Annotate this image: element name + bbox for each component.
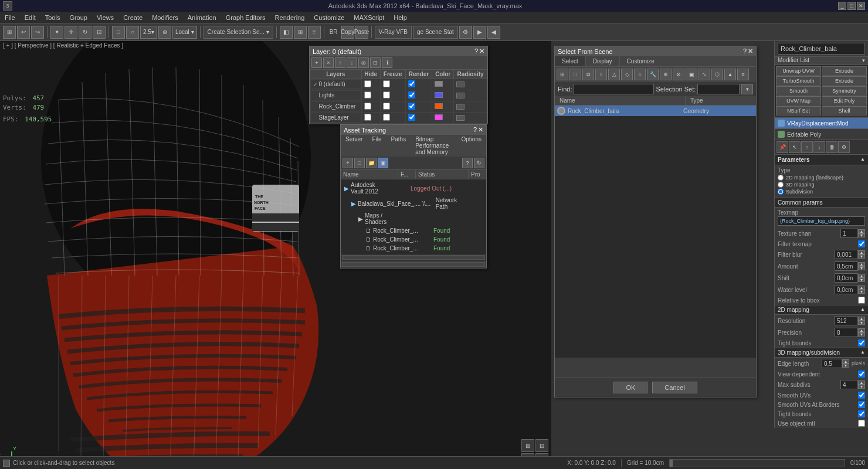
toolbar-align[interactable]: ⊞	[294, 26, 307, 39]
precision-up[interactable]: ▲	[858, 328, 865, 332]
resolution-up[interactable]: ▲	[858, 317, 865, 321]
asset-delete[interactable]: □	[354, 158, 365, 168]
smooth-borders-check[interactable]	[858, 401, 865, 408]
filter-blur-down[interactable]: ▼	[858, 254, 865, 259]
selection-set-input[interactable]	[697, 84, 740, 94]
vray-vfb-btn[interactable]: V-Ray VFB	[375, 26, 412, 39]
toolbar-extra1[interactable]: ▶	[473, 26, 486, 39]
amount-up[interactable]: ▲	[858, 262, 865, 266]
toolbar-percent[interactable]: 2.5▾	[140, 26, 157, 39]
asset-rock3[interactable]: 🗋 Rock_Climber_... Found	[342, 244, 485, 253]
layer-freeze-stage[interactable]	[383, 114, 390, 121]
max-subdivs-down[interactable]: ▼	[858, 385, 865, 389]
asset-help2[interactable]: ?	[462, 158, 473, 168]
scene-obj-row[interactable]: Rock_Climber_bala Geometry	[555, 106, 756, 116]
scene-filter6[interactable]: ⊕	[660, 69, 672, 80]
toolbar-mirror[interactable]: ◧	[280, 26, 293, 39]
layer-hide-climber[interactable]	[364, 103, 371, 110]
scene-close-btn[interactable]: ✕	[748, 47, 753, 55]
toolbar-btn-circle[interactable]: ○	[126, 26, 139, 39]
scene-filter8[interactable]: ▣	[686, 69, 697, 80]
asset-active[interactable]: ▣	[378, 158, 388, 168]
tex-chan-input[interactable]	[840, 229, 858, 238]
scene-filter1[interactable]: ○	[595, 69, 607, 80]
layer-render-climber[interactable]	[408, 103, 415, 110]
close-btn[interactable]: ✕	[857, 2, 865, 10]
mod-btn-symmetry[interactable]: Symmetry	[822, 86, 867, 96]
radio-subdivision[interactable]	[778, 189, 784, 195]
scene-help-btn[interactable]: ?	[743, 47, 747, 55]
water-level-up[interactable]: ▲	[858, 286, 865, 290]
mod-vray-disp[interactable]: VRayDisplacementMod	[775, 118, 868, 129]
scene-cancel-btn[interactable]: Cancel	[652, 382, 697, 393]
asset-refresh[interactable]: ↻	[474, 158, 484, 168]
asset-scrollbar-h[interactable]	[342, 255, 485, 260]
asset-menu-options[interactable]: Options	[457, 135, 486, 157]
smooth-uvs-check[interactable]	[858, 392, 865, 399]
mod-icon-cursor[interactable]: ↖	[789, 141, 801, 153]
view-dep-check[interactable]	[858, 371, 865, 378]
scene-select-none[interactable]: □	[569, 69, 581, 80]
relative-bbox-check[interactable]	[858, 297, 865, 304]
mod-icon-delete[interactable]: 🗑	[826, 141, 838, 153]
menu-tools[interactable]: Tools	[40, 13, 65, 22]
menu-modifiers[interactable]: Modifiers	[147, 13, 183, 22]
resolution-input[interactable]	[835, 316, 858, 325]
mod-btn-editpoly[interactable]: Edit Poly	[822, 96, 867, 106]
layer-move[interactable]: ↑	[335, 57, 345, 68]
edge-length-input[interactable]	[822, 359, 842, 368]
menu-rendering[interactable]: Rendering	[270, 13, 310, 22]
layer-color-climber[interactable]	[435, 103, 443, 109]
shift-input[interactable]	[835, 273, 858, 283]
mod-btn-extrude1[interactable]: Extrude	[822, 66, 867, 76]
filter-texmap-check[interactable]	[858, 240, 865, 247]
radio-3d[interactable]	[778, 182, 784, 188]
radio-2d[interactable]	[778, 175, 784, 181]
texmap-value[interactable]: {Rock_Climber_top_disp.png}	[778, 216, 865, 226]
tight-bounds-check[interactable]	[858, 339, 865, 346]
zoom-extents-btn[interactable]: ⊞	[521, 439, 534, 452]
mod-btn-uvwmap[interactable]: UVW Map	[776, 96, 821, 106]
asset-maps[interactable]: ▶ Maps / Shaders	[342, 211, 485, 226]
toolbar-icon1[interactable]: ⊞	[3, 26, 16, 39]
menu-group[interactable]: Group	[65, 13, 92, 22]
timeline-thumb[interactable]	[670, 460, 673, 467]
layer-color-stage[interactable]	[435, 114, 443, 120]
asset-scrollbar-v[interactable]	[342, 262, 485, 267]
toolbar-select[interactable]: ✦	[50, 26, 63, 39]
mod-btn-extrude2[interactable]: Extrude	[822, 76, 867, 86]
layer-move-down[interactable]: ↓	[347, 57, 357, 68]
mod-icon-config[interactable]: ⚙	[838, 141, 850, 153]
water-level-down[interactable]: ▼	[858, 290, 865, 294]
scene-tab-select[interactable]: Select	[555, 56, 586, 66]
paste-btn[interactable]: Paste	[355, 26, 368, 39]
layer-row-lights[interactable]: ✓ Lights	[310, 90, 487, 101]
scene-filter5[interactable]: 🔧	[647, 69, 659, 80]
edge-length-down[interactable]: ▼	[842, 363, 849, 368]
minimize-btn[interactable]: _	[838, 2, 846, 10]
copy-btn[interactable]: Copy	[341, 26, 354, 39]
scene-sort[interactable]: ≡	[737, 69, 749, 80]
layer-help-btn[interactable]: ?	[474, 47, 478, 55]
scene-select-all[interactable]: ⊞	[557, 69, 568, 80]
menu-views[interactable]: Views	[92, 13, 118, 22]
precision-down[interactable]: ▼	[858, 332, 865, 337]
layer-hide-lights[interactable]	[364, 91, 371, 98]
zoom-all-btn[interactable]: ⊟	[535, 439, 548, 452]
mod-btn-nsurf[interactable]: NSurf Set	[776, 106, 821, 115]
asset-close-btn[interactable]: ✕	[478, 126, 483, 134]
mod-btn-smooth[interactable]: Smooth	[776, 86, 821, 96]
layer-render-stage[interactable]	[408, 114, 415, 121]
object-name-input[interactable]	[778, 43, 865, 55]
max-subdivs-up[interactable]: ▲	[858, 380, 865, 385]
amount-down[interactable]: ▼	[858, 266, 865, 270]
toolbar-render[interactable]: ⚙	[459, 26, 472, 39]
selection-set-dropdown[interactable]: Create Selection Se... ▾	[204, 26, 273, 39]
amount-input[interactable]	[835, 261, 858, 271]
toolbar-icon2[interactable]: ↩	[17, 26, 30, 39]
scene-filter2[interactable]: △	[608, 69, 620, 80]
resolution-down[interactable]: ▼	[858, 321, 865, 325]
asset-panel-titlebar[interactable]: Asset Tracking ? ✕	[341, 125, 486, 135]
scene-ok-btn[interactable]: OK	[613, 382, 647, 393]
mod-btn-turbosmooth[interactable]: TurboSmooth	[776, 76, 821, 86]
